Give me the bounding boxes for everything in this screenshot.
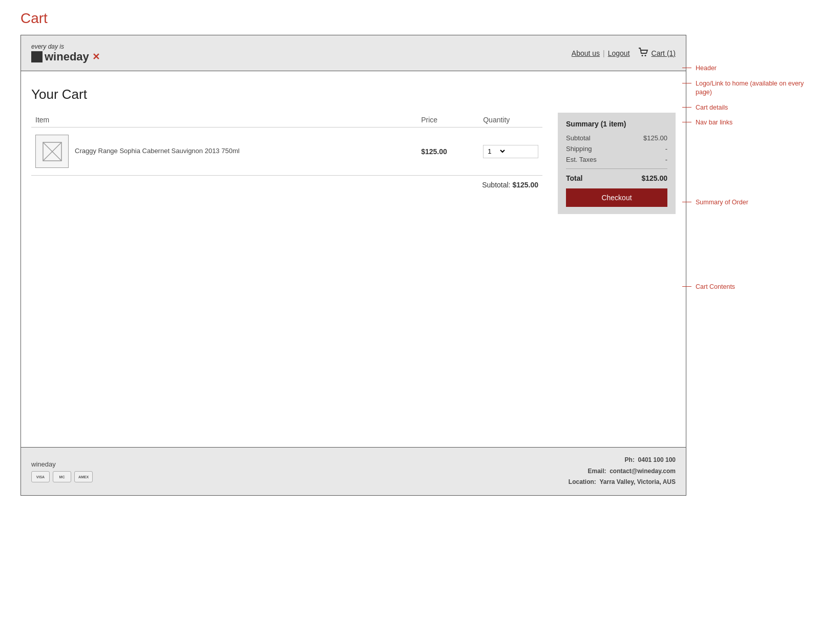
summary-taxes-label: Est. Taxes (566, 156, 597, 163)
content-area: Your Cart Item Price Quantity (21, 71, 686, 447)
site-header: every day is wineday ✕ About us | Logout (21, 35, 686, 71)
summary-title: Summary (1 item) (566, 120, 667, 128)
footer-right: Ph: 0401 100 100 Email: contact@wineday.… (569, 455, 676, 488)
annotation-header-text: Header (691, 64, 717, 73)
annotation-cart-contents: Cart Contents (691, 283, 820, 292)
logo-square-icon (31, 51, 43, 62)
subtotal-label: Subtotal: (482, 181, 510, 189)
product-image (35, 135, 69, 168)
annotation-nav: Nav bar links (691, 118, 820, 128)
annotation-cart-contents-text: Cart Contents (691, 283, 735, 292)
page-title: Cart (20, 10, 820, 27)
summary-subtotal-row: Subtotal $125.00 (566, 134, 667, 142)
cart-table: Item Price Quantity (31, 113, 542, 196)
footer-location-value: Yarra Valley, Victoria, AUS (599, 478, 676, 485)
product-name: Craggy Range Sophia Cabernet Sauvignon 2… (75, 146, 240, 156)
your-cart-title: Your Cart (31, 87, 676, 102)
footer-email: Email: contact@wineday.com (569, 466, 676, 477)
summary-shipping-row: Shipping - (566, 145, 667, 153)
col-header-quantity: Quantity (479, 113, 542, 128)
logo-link[interactable]: every day is wineday ✕ (31, 43, 100, 63)
annotation-summary-text: Summary of Order (691, 198, 748, 207)
footer-phone: Ph: 0401 100 100 (569, 455, 676, 466)
summary-total-label: Total (566, 174, 582, 182)
nav-bar: About us | Logout Cart (1) (572, 48, 676, 58)
mastercard-icon: MC (53, 471, 71, 482)
visa-icon: VISA (31, 471, 50, 482)
annotation-logo-text: Logo/Link to home (available on every pa… (691, 79, 820, 97)
logo-x-icon: ✕ (92, 51, 100, 62)
quantity-selector[interactable]: 1 2 3 4 5 (483, 145, 538, 158)
footer-location: Location: Yarra Valley, Victoria, AUS (569, 477, 676, 488)
annotation-logo: Logo/Link to home (available on every pa… (691, 79, 820, 97)
cart-icon (638, 48, 648, 58)
cart-label[interactable]: Cart (1) (652, 49, 676, 57)
footer-brand: wineday (31, 460, 93, 468)
col-header-price: Price (417, 113, 479, 128)
annotation-nav-text: Nav bar links (691, 118, 732, 128)
annotation-summary: Summary of Order (691, 198, 820, 207)
annotation-header: Header (691, 64, 820, 73)
cart-layout: Item Price Quantity (31, 113, 676, 214)
checkout-button[interactable]: Checkout (566, 188, 667, 207)
footer-email-value: contact@wineday.com (610, 468, 676, 475)
subtotal-row: Subtotal: $125.00 (31, 176, 542, 197)
footer-email-label: Email: (587, 468, 606, 475)
summary-shipping-label: Shipping (566, 145, 592, 153)
nav-separator: | (603, 49, 605, 57)
site-box: every day is wineday ✕ About us | Logout (20, 35, 686, 496)
annotation-cart-details: Cart details (691, 103, 820, 113)
annotation-cart-details-text: Cart details (691, 103, 728, 113)
product-quantity-cell: 1 2 3 4 5 (479, 128, 542, 176)
payment-icons: VISA MC AMEX (31, 471, 93, 482)
summary-subtotal-label: Subtotal (566, 134, 591, 142)
svg-point-0 (641, 55, 643, 56)
product-price-cell: $125.00 (417, 128, 479, 176)
product-info: Craggy Range Sophia Cabernet Sauvignon 2… (35, 135, 413, 168)
footer-left: wineday VISA MC AMEX (31, 460, 93, 482)
annotations-panel: Header Logo/Link to home (available on e… (686, 35, 820, 296)
logo-text: wineday (45, 50, 89, 63)
logo-brand: wineday ✕ (31, 50, 100, 63)
order-summary: Summary (1 item) Subtotal $125.00 Shippi… (558, 113, 676, 214)
summary-total-value: $125.00 (641, 174, 667, 182)
site-footer: wineday VISA MC AMEX Ph: 0401 100 100 Em… (21, 447, 686, 495)
page-wrapper: every day is wineday ✕ About us | Logout (20, 35, 820, 496)
footer-location-label: Location: (569, 478, 596, 485)
summary-divider (566, 168, 667, 169)
summary-taxes-value: - (665, 156, 667, 163)
product-info-cell: Craggy Range Sophia Cabernet Sauvignon 2… (31, 128, 417, 176)
cart-items-section: Item Price Quantity (31, 113, 542, 196)
summary-total-row: Total $125.00 (566, 174, 667, 182)
subtotal-value: $125.00 (512, 181, 538, 189)
col-header-item: Item (31, 113, 417, 128)
summary-subtotal-value: $125.00 (643, 134, 667, 142)
logo-tagline: every day is (31, 43, 100, 50)
footer-phone-value: 0401 100 100 (638, 456, 676, 463)
quantity-select[interactable]: 1 2 3 4 5 (484, 146, 507, 157)
svg-point-1 (644, 55, 646, 56)
amex-icon: AMEX (74, 471, 93, 482)
product-price: $125.00 (421, 147, 447, 156)
footer-phone-label: Ph: (625, 456, 635, 463)
about-us-link[interactable]: About us (572, 49, 600, 57)
summary-shipping-value: - (665, 145, 667, 153)
table-row: Craggy Range Sophia Cabernet Sauvignon 2… (31, 128, 542, 176)
logout-link[interactable]: Logout (608, 49, 630, 57)
summary-taxes-row: Est. Taxes - (566, 156, 667, 163)
